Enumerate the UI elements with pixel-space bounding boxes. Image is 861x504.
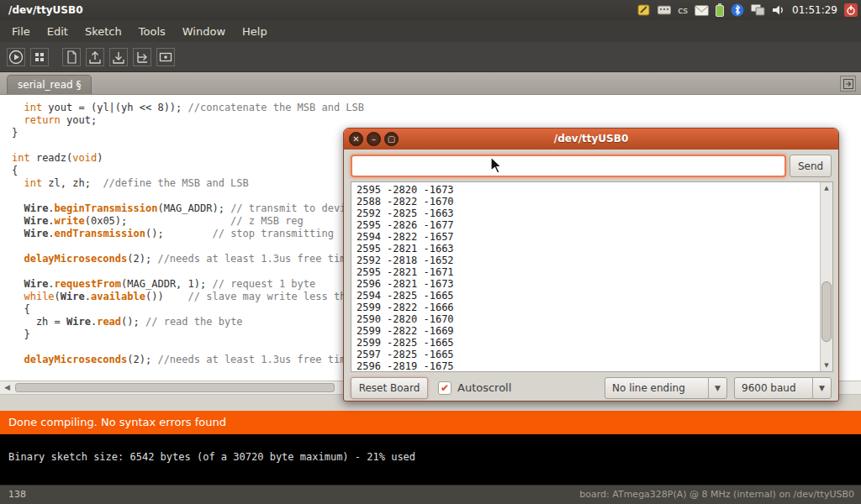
open-button[interactable] xyxy=(86,48,104,66)
serial-line: 2588 -2822 -1670 xyxy=(357,196,817,207)
serial-monitor-controls: Reset Board ✔ Autoscroll No line ending … xyxy=(344,377,838,399)
serial-line: 2599 -2822 -1666 xyxy=(357,302,817,313)
send-button[interactable]: Send xyxy=(790,155,832,177)
tab-serial-read[interactable]: serial_read § xyxy=(7,75,92,94)
menu-sketch[interactable]: Sketch xyxy=(77,22,130,41)
line-ending-value: No line ending xyxy=(612,378,706,398)
code-line: return yout; xyxy=(12,114,861,127)
volume-icon[interactable] xyxy=(772,0,785,20)
baud-rate-dropdown[interactable]: 9600 baud ▼ xyxy=(734,377,832,399)
top-panel: /dev/ttyUSB0 cs 01:51: xyxy=(0,0,861,20)
autoscroll-label: Autoscroll xyxy=(457,377,511,399)
verify-button[interactable] xyxy=(7,48,25,66)
panel-indicators: cs 01:51:29 xyxy=(637,0,858,20)
compile-status-bar: Done compiling. No syntax errors found xyxy=(0,411,861,434)
menu-file[interactable]: File xyxy=(3,22,39,41)
serial-line: 2595 -2820 -1673 xyxy=(357,184,817,196)
cursor-line-number: 138 xyxy=(8,486,26,504)
arduino-ide-screen: /dev/ttyUSB0 cs 01:51: xyxy=(0,0,861,504)
serial-line: 2592 -2825 -1663 xyxy=(357,207,817,219)
scroll-left-arrow-icon[interactable]: ◀ xyxy=(0,381,14,394)
menu-help[interactable]: Help xyxy=(234,22,276,41)
autoscroll-checkbox[interactable]: ✔ xyxy=(438,381,452,395)
keyboard-layout-icon[interactable] xyxy=(658,0,671,20)
toolbar xyxy=(0,42,861,72)
chevron-down-icon[interactable]: ▼ xyxy=(708,378,726,398)
serial-line: 2595 -2821 -1663 xyxy=(357,243,817,255)
serial-monitor-dialog: /dev/ttyUSB0 ✕ – ▢ Send 2595 -2820 -1673… xyxy=(343,128,839,402)
serial-line: 2594 -2825 -1665 xyxy=(357,290,817,302)
maximize-icon[interactable]: ▢ xyxy=(384,132,399,146)
stop-button[interactable] xyxy=(30,48,49,66)
console-output: Binary sketch size: 6542 bytes (of a 307… xyxy=(0,434,861,485)
scrollbar-thumb[interactable] xyxy=(821,281,832,342)
board-info: board: ATmega328P(A) @ 8 MHz (internal) … xyxy=(579,486,854,504)
serial-line: 2592 -2818 -1652 xyxy=(357,255,817,266)
serial-output-scrollbar[interactable]: ▲ ▼ xyxy=(820,182,832,371)
menu-edit[interactable]: Edit xyxy=(39,22,77,41)
serial-line: 2590 -2820 -1670 xyxy=(357,313,817,325)
tab-strip: serial_read § xyxy=(0,72,861,95)
menu-tools[interactable]: Tools xyxy=(130,22,174,41)
serial-line: 2596 -2819 -1675 xyxy=(357,360,817,372)
window-title: /dev/ttyUSB0 xyxy=(8,4,83,16)
network-icon[interactable] xyxy=(751,0,765,20)
session-power-icon[interactable] xyxy=(844,0,858,20)
serial-line: 2594 -2822 -1657 xyxy=(357,231,817,243)
hscroll-thumb[interactable] xyxy=(15,383,335,392)
clock[interactable]: 01:51:29 xyxy=(792,4,837,16)
serial-output-area[interactable]: 2595 -2820 -16732588 -2822 -16702592 -28… xyxy=(351,181,833,372)
reset-board-button[interactable]: Reset Board xyxy=(351,377,428,399)
scroll-up-arrow-icon[interactable]: ▲ xyxy=(821,182,832,194)
save-button[interactable] xyxy=(109,48,128,66)
minimize-icon[interactable]: – xyxy=(367,132,381,146)
chevron-down-icon[interactable]: ▼ xyxy=(812,378,831,398)
keyboard-layout-label[interactable]: cs xyxy=(678,5,688,16)
close-icon[interactable]: ✕ xyxy=(349,132,363,146)
menubar: FileEditSketchToolsWindowHelp xyxy=(0,20,861,42)
tab-overflow-button[interactable] xyxy=(840,76,856,92)
menu-window[interactable]: Window xyxy=(174,22,234,41)
battery-icon[interactable] xyxy=(716,0,724,20)
serial-line: 2599 -2822 -1669 xyxy=(357,325,817,337)
serial-line: 2599 -2825 -1665 xyxy=(357,337,817,349)
serial-monitor-button[interactable] xyxy=(156,48,175,66)
serial-output-lines: 2595 -2820 -16732588 -2822 -16702592 -28… xyxy=(357,184,817,372)
serial-line: 2596 -2821 -1673 xyxy=(357,278,817,290)
new-button[interactable] xyxy=(62,48,81,66)
serial-line: 2595 -2821 -1671 xyxy=(357,266,817,278)
baud-rate-value: 9600 baud xyxy=(742,378,811,398)
upload-button[interactable] xyxy=(133,48,151,66)
mouse-cursor xyxy=(490,156,505,180)
serial-line: 2597 -2825 -1665 xyxy=(357,349,817,360)
pencil-indicator-icon[interactable] xyxy=(637,0,651,20)
bluetooth-icon[interactable] xyxy=(731,0,744,20)
mail-icon[interactable] xyxy=(695,0,709,20)
line-ending-dropdown[interactable]: No line ending ▼ xyxy=(605,377,727,399)
footer-status-bar: 138 board: ATmega328P(A) @ 8 MHz (intern… xyxy=(0,485,861,504)
serial-input[interactable] xyxy=(351,155,786,177)
code-line: int yout = (yl|(yh << 8)); //concatenate… xyxy=(12,102,861,114)
serial-line: 2595 -2826 -1677 xyxy=(357,219,817,231)
scroll-down-arrow-icon[interactable]: ▼ xyxy=(821,360,832,371)
serial-monitor-titlebar[interactable]: /dev/ttyUSB0 xyxy=(344,129,838,150)
